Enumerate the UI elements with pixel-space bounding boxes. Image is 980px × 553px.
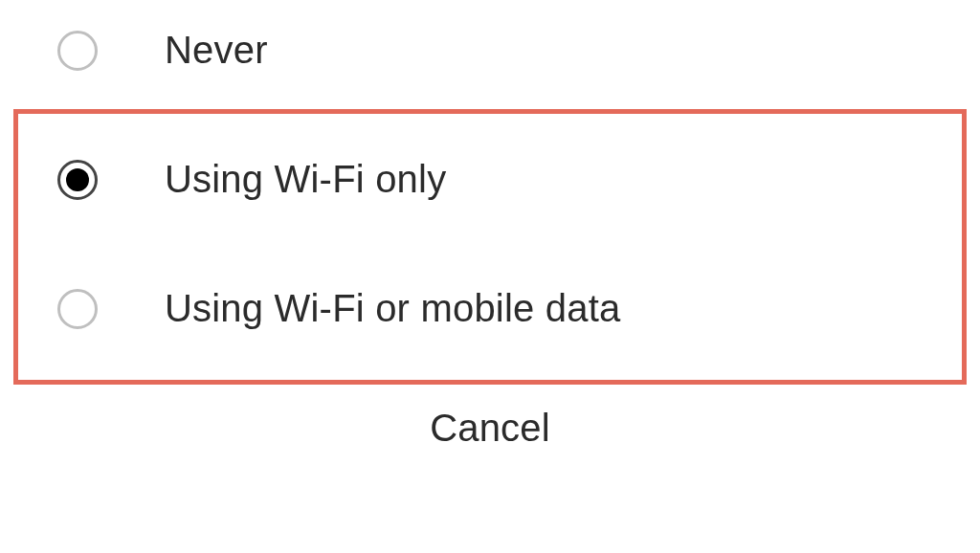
option-never[interactable]: Never — [0, 0, 980, 100]
radio-selected-icon — [57, 160, 98, 200]
cancel-button[interactable]: Cancel — [430, 407, 550, 450]
radio-icon — [57, 289, 98, 329]
cancel-row: Cancel — [0, 359, 980, 469]
option-wifi-only[interactable]: Using Wi-Fi only — [0, 129, 980, 230]
options-dialog: Never Using Wi-Fi only Using Wi-Fi or mo… — [0, 0, 980, 469]
option-label: Using Wi-Fi or mobile data — [165, 287, 620, 330]
option-label: Never — [165, 29, 268, 72]
option-wifi-or-mobile[interactable]: Using Wi-Fi or mobile data — [0, 258, 980, 359]
option-label: Using Wi-Fi only — [165, 158, 446, 201]
radio-icon — [57, 31, 98, 71]
